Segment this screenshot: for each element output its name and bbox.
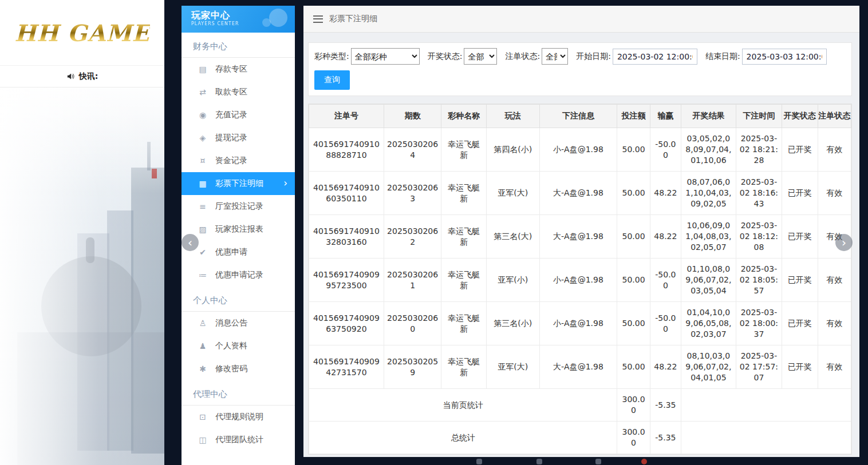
cell-amount: 50.00	[617, 172, 650, 215]
menu-toggle-icon[interactable]	[313, 15, 323, 23]
search-button[interactable]: 查询	[314, 70, 350, 90]
cell-bet_id: 401569174090942731570	[309, 345, 384, 389]
player-bet-report-icon: ▨	[198, 225, 208, 234]
cell-result: 10,06,09,01,04,08,03,02,05,07	[681, 215, 736, 259]
sidebar-item-agent-team-stats[interactable]: ◫代理团队统计	[182, 428, 295, 451]
draw-status-label: 开奖状态:	[428, 51, 463, 62]
cell-win_loss: -50.00	[650, 128, 681, 172]
withdrawal-record-icon: ◈	[198, 133, 208, 142]
cell-play: 亚军(大)	[486, 172, 539, 215]
sidebar-item-withdraw[interactable]: ⇄取款专区	[182, 81, 295, 104]
left-banner: HH GAME 快讯:	[0, 0, 164, 465]
cell-bet_time: 2025-03-02 18:12:08	[736, 215, 782, 259]
content-area: 彩种类型: 全部彩种 开奖状态: 全部 注单状态: 全部 开始日期: 结束日期:…	[303, 33, 859, 457]
header-decoration-icon	[269, 9, 287, 27]
column-result: 开奖结果	[681, 105, 736, 128]
cell-bet_id: 401569174091032803160	[309, 215, 384, 259]
sidebar-item-change-password[interactable]: ✱修改密码	[182, 357, 295, 380]
sidebar-item-agent-rules[interactable]: ⊡代理规则说明	[182, 406, 295, 428]
sidebar-item-label: 个人资料	[215, 341, 247, 351]
bet-table-header: 注单号期数彩种名称玩法下注信息投注额输赢开奖结果下注时间开奖状态注单状态	[309, 105, 851, 128]
profile-icon: ♟	[198, 341, 208, 351]
sidebar-item-label: 代理团队统计	[215, 435, 263, 445]
table-row: 40156917409094273157020250302059幸运飞艇新亚军(…	[309, 345, 851, 389]
cell-bet_id: 401569174090995723500	[309, 259, 384, 302]
cell-win_loss: 48.22	[650, 172, 681, 215]
cell-result: 01,04,10,09,06,05,08,02,03,07	[681, 302, 736, 345]
cell-bet_time: 2025-03-02 18:21:28	[736, 128, 782, 172]
sidebar-item-lottery-bet-details[interactable]: ▦彩票下注明细›	[182, 172, 295, 195]
news-ticker-bar: 快讯:	[0, 65, 164, 88]
cell-win_loss: 48.22	[650, 345, 681, 389]
sidebar-item-promo-apply-records[interactable]: ≔优惠申请记录	[182, 264, 295, 287]
cell-win_loss: -50.00	[650, 302, 681, 345]
sidebar-item-deposit[interactable]: ▤存款专区	[182, 58, 295, 81]
recharge-record-icon: ◉	[198, 110, 208, 120]
cell-bet_time: 2025-03-02 18:05:57	[736, 259, 782, 302]
cell-bet_id: 401569174091060350110	[309, 172, 384, 215]
sidebar-item-label: 优惠申请记录	[215, 270, 263, 280]
summary-amount: 300.00	[617, 389, 650, 422]
sidebar-item-label: 代理规则说明	[215, 412, 263, 422]
start-date-input[interactable]	[613, 49, 697, 65]
cell-period: 20250302061	[384, 259, 441, 302]
cell-period: 20250302064	[384, 128, 441, 172]
filter-panel: 彩种类型: 全部彩种 开奖状态: 全部 注单状态: 全部 开始日期: 结束日期:…	[308, 42, 852, 96]
cell-play: 第三名(小)	[486, 302, 539, 345]
lottery-bet-details-icon: ▦	[198, 179, 208, 188]
site-footer-strip	[0, 459, 868, 465]
cell-order_status: 有效	[818, 128, 851, 172]
main-panel: 彩票下注明细 彩种类型: 全部彩种 开奖状态: 全部 注单状态: 全部 开始日期…	[303, 6, 859, 457]
cell-amount: 50.00	[617, 128, 650, 172]
sidebar-item-profile[interactable]: ♟个人资料	[182, 335, 295, 357]
summary-label: 总统计	[309, 422, 617, 454]
footer-dot-icon	[595, 459, 601, 464]
sidebar-item-recharge-records[interactable]: ◉充值记录	[182, 104, 295, 126]
sidebar-item-label: 消息公告	[215, 318, 247, 328]
cell-order_status: 有效	[818, 259, 851, 302]
column-bet_id: 注单号	[309, 105, 384, 128]
draw-status-select[interactable]: 全部	[464, 48, 497, 65]
players-center-header[interactable]: 玩家中心 PLAYERS CENTER	[182, 6, 295, 33]
cell-lottery: 幸运飞艇新	[441, 345, 486, 389]
agent-rules-icon: ⊡	[198, 412, 208, 422]
chevron-right-icon: ›	[842, 237, 846, 248]
bet-table-body: 40156917409108882871020250302064幸运飞艇新第四名…	[309, 128, 851, 454]
cell-play: 亚军(大)	[486, 345, 539, 389]
cell-play: 第三名(大)	[486, 215, 539, 259]
breadcrumb: 彩票下注明细	[329, 14, 377, 24]
cell-amount: 50.00	[617, 259, 650, 302]
carousel-right-arrow[interactable]: ›	[835, 234, 853, 251]
sidebar-item-funds-records[interactable]: ¤资金记录	[182, 149, 295, 172]
carousel-left-arrow[interactable]: ‹	[182, 234, 199, 251]
lottery-type-label: 彩种类型:	[314, 51, 349, 62]
sidebar-item-hall-bet-records[interactable]: ≡厅室投注记录	[182, 195, 295, 218]
cell-draw_status: 已开奖	[782, 302, 818, 345]
summary-row: 当前页统计300.00-5.35	[309, 389, 851, 422]
end-date-label: 结束日期:	[705, 51, 740, 62]
footer-dot-red-icon	[641, 459, 647, 464]
password-icon: ✱	[198, 364, 208, 373]
sidebar-item-label: 资金记录	[215, 156, 247, 166]
order-status-select[interactable]: 全部	[542, 48, 568, 65]
cell-order_status: 有效	[818, 345, 851, 389]
sidebar-item-withdrawal-records[interactable]: ◈提现记录	[182, 126, 295, 149]
end-date-input[interactable]	[742, 49, 827, 65]
cell-bet_info: 小-A盘@1.98	[539, 302, 617, 345]
site-logo[interactable]: HH GAME	[14, 19, 149, 46]
cell-bet_id: 401569174090963750920	[309, 302, 384, 345]
cell-bet_info: 大-A盘@1.98	[539, 215, 617, 259]
breadcrumb-bar: 彩票下注明细	[303, 6, 859, 33]
sidebar-item-label: 提现记录	[215, 133, 247, 143]
cell-period: 20250302059	[384, 345, 441, 389]
cell-draw_status: 已开奖	[782, 128, 818, 172]
bet-table: 注单号期数彩种名称玩法下注信息投注额输赢开奖结果下注时间开奖状态注单状态 401…	[309, 104, 851, 454]
cell-win_loss: -50.00	[650, 259, 681, 302]
sidebar-item-messages[interactable]: ♙消息公告	[182, 312, 295, 335]
cell-bet_time: 2025-03-02 18:00:37	[736, 302, 782, 345]
summary-winloss: -5.35	[650, 389, 681, 422]
lottery-type-select[interactable]: 全部彩种	[351, 48, 420, 65]
table-row: 40156917409103280316020250302062幸运飞艇新第三名…	[309, 215, 851, 259]
cell-bet_info: 大-A盘@1.98	[539, 345, 617, 389]
sidebar-item-player-bet-report[interactable]: ▨玩家投注报表	[182, 218, 295, 241]
